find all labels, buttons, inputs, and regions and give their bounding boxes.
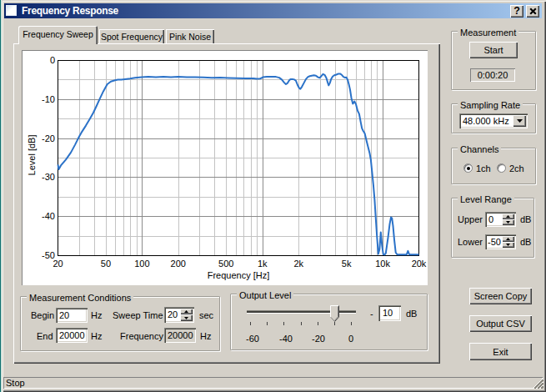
svg-text:0: 0: [50, 55, 55, 65]
svg-text:500: 500: [218, 259, 233, 269]
svg-text:5k: 5k: [342, 259, 352, 269]
svg-text:200: 200: [171, 259, 186, 269]
svg-text:1k: 1k: [258, 259, 268, 269]
svg-text:10k: 10k: [375, 259, 390, 269]
svg-text:20k: 20k: [412, 259, 427, 269]
svg-text:-50: -50: [42, 250, 55, 260]
svg-text:Level [dB]: Level [dB]: [27, 135, 37, 176]
svg-text:-10: -10: [42, 94, 55, 104]
svg-text:100: 100: [134, 259, 149, 269]
svg-text:2k: 2k: [293, 259, 303, 269]
svg-text:-40: -40: [42, 211, 55, 221]
svg-text:50: 50: [101, 259, 111, 269]
svg-text:Frequency [Hz]: Frequency [Hz]: [208, 270, 270, 280]
svg-text:-30: -30: [42, 172, 55, 182]
svg-text:-20: -20: [42, 133, 55, 143]
